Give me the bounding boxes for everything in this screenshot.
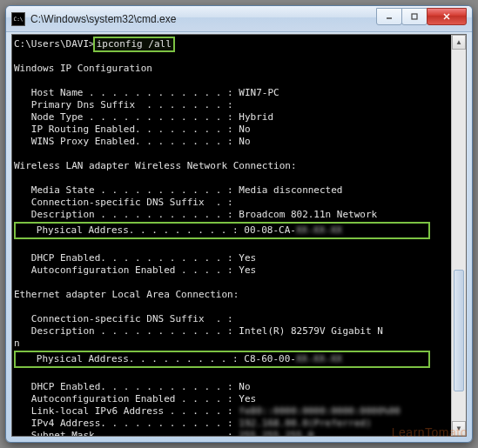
redacted-ipv4: 192.168.00.0(Preferred) — [239, 418, 371, 430]
wlan-media-line: Media State . . . . . . . . . . . : Medi… — [14, 184, 343, 196]
wlan-desc-line: Description . . . . . . . . . . . : Broa… — [14, 209, 377, 220]
primary-dns-line: Primary Dns Suffix . . . . . . . : — [14, 99, 233, 110]
eth-header: Ethernet adapter Local Area Connection: — [14, 289, 239, 300]
wlan-header: Wireless LAN adapter Wireless Network Co… — [14, 160, 297, 171]
eth-dns-line: Connection-specific DNS Suffix . : — [14, 313, 233, 324]
scroll-thumb[interactable] — [454, 270, 464, 391]
section-header: Windows IP Configuration — [14, 63, 152, 74]
maximize-button[interactable] — [401, 8, 428, 25]
window-title: C:\Windows\system32\cmd.exe — [30, 13, 377, 25]
cmd-window: C:\Windows\system32\cmd.exe C:\Users\DAV… — [5, 5, 473, 443]
minimize-button[interactable] — [376, 8, 402, 25]
eth-dhcp-line: DHCP Enabled. . . . . . . . . . . : No — [14, 381, 251, 392]
redacted-ipv6: fe80::0000:0000:0000:0000%00 — [239, 405, 400, 418]
scroll-down-button[interactable]: ▼ — [452, 421, 466, 436]
eth-desc-line: Description . . . . . . . . . . . : Inte… — [14, 325, 383, 337]
terminal-output[interactable]: C:\Users\DAVI>ipconfig /all Windows IP C… — [12, 35, 451, 436]
wins-proxy-line: WINS Proxy Enabled. . . . . . . . : No — [14, 136, 251, 147]
terminal-area: C:\Users\DAVI>ipconfig /all Windows IP C… — [11, 34, 467, 437]
wlan-auto-line: Autoconfiguration Enabled . . . . : Yes — [14, 264, 256, 276]
command-highlight: ipconfig /all — [93, 37, 175, 52]
eth-auto-line: Autoconfiguration Enabled . . . . : Yes — [14, 393, 256, 405]
close-button[interactable] — [427, 8, 467, 25]
wlan-physical-address-highlight: Physical Address. . . . . . . . . : 00-0… — [14, 222, 430, 239]
host-name-line: Host Name . . . . . . . . . . . . : WIN7… — [14, 87, 279, 98]
redacted-mac: XX-XX-XX — [296, 353, 342, 365]
wlan-dns-line: Connection-specific DNS Suffix . : — [14, 197, 233, 208]
eth-ipv4-line: IPv4 Address. . . . . . . . . . . : — [14, 418, 239, 429]
cmd-icon — [11, 12, 25, 26]
prompt-path: C:\Users\DAVI — [14, 38, 89, 50]
svg-rect-1 — [412, 14, 417, 19]
scroll-track[interactable] — [452, 50, 466, 421]
ip-routing-line: IP Routing Enabled. . . . . . . . : No — [14, 124, 251, 135]
titlebar[interactable]: C:\Windows\system32\cmd.exe — [6, 6, 472, 32]
vertical-scrollbar[interactable]: ▲ ▼ — [451, 35, 466, 436]
node-type-line: Node Type . . . . . . . . . . . . : Hybr… — [14, 111, 273, 123]
eth-ll-ipv6-line: Link-local IPv6 Address . . . . . : — [14, 405, 239, 417]
wlan-dhcp-line: DHCP Enabled. . . . . . . . . . . : Yes — [14, 252, 256, 264]
eth-subnet-line: Subnet Mask . . . . . . . . . . . : — [14, 430, 239, 436]
eth-physical-address-highlight: Physical Address. . . . . . . . . : C8-6… — [14, 351, 430, 368]
eth-desc-wrap: n — [14, 338, 20, 349]
redacted-subnet: 255.255.255.0 — [239, 430, 313, 436]
window-controls — [377, 8, 467, 25]
scroll-up-button[interactable]: ▲ — [452, 35, 466, 50]
redacted-mac: XX-XX-XX — [296, 224, 342, 237]
